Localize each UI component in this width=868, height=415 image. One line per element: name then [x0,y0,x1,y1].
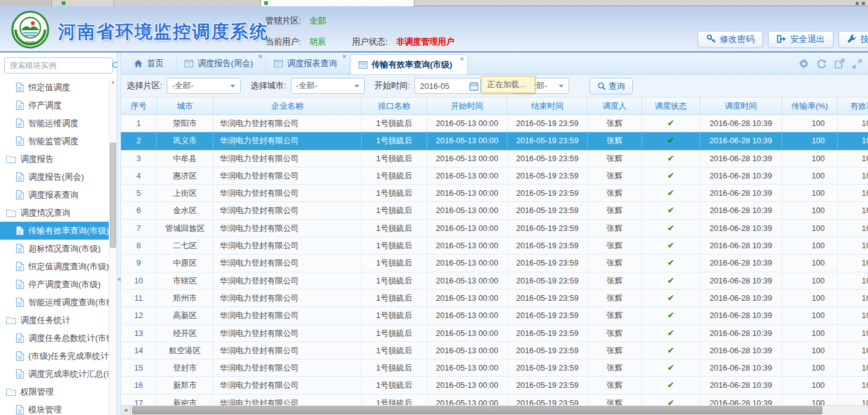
cell-company: 华润电力登封有限公司 [214,272,362,289]
calendar-icon[interactable] [467,82,480,91]
cell-outlet: 1号脱硫后 [362,167,427,184]
table-row[interactable]: 16新郑市华润电力登封有限公司1号脱硫后2016-05-13 00:002016… [121,377,868,394]
cell-start: 2016-05-13 00:00 [427,185,507,201]
tab-item[interactable]: 调度报告(周会)✕ [177,52,266,74]
sidebar-item[interactable]: 智能运维调度查询(市级) [0,293,109,311]
check-icon: ✔ [667,135,675,145]
sidebar-item[interactable]: 停产调度 [0,96,109,114]
sidebar-item[interactable]: 智能运维调度 [0,114,109,132]
wrench-button[interactable]: 技术支持 [838,31,868,48]
cell-start: 2016-05-13 00:00 [427,377,507,393]
tab-close-icon[interactable]: ✕ [459,56,464,62]
form-icon [359,61,367,69]
sidebar-item-label: 调度任务统计 [20,315,70,326]
cell-company: 华润电力登封有限公司 [214,377,362,393]
sidebar-item-label: 停产调度 [28,100,62,111]
table-row[interactable]: 11郑州市华润电力登封有限公司1号脱硫后2016-05-13 00:002016… [121,290,868,307]
sidebar-scrollbar[interactable]: ▲ [109,78,117,415]
sidebar-item[interactable]: 智能监管调度 [0,132,109,150]
scrollbar-thumb[interactable] [132,406,822,414]
browser-tab[interactable] [0,0,52,6]
module-tree: 恒定值调度停产调度智能运维调度智能监管调度调度报告调度报告(周会)调度报表查询调… [0,78,109,415]
table-row[interactable]: 5上街区华润电力登封有限公司1号脱硫后2016-05-13 00:002016-… [121,185,868,202]
sidebar-item[interactable]: 调度报告(周会) [0,168,109,186]
tab-close-icon[interactable]: ✕ [342,53,347,60]
form-icon [274,60,283,67]
area-select[interactable]: -全部- [167,78,241,94]
browser-tab[interactable] [115,0,261,6]
settings-icon[interactable] [799,59,809,69]
sidebar-item[interactable]: 权限管理 [0,383,109,401]
scroll-up-icon[interactable]: ▲ [109,80,117,84]
scroll-left-icon[interactable]: ◄ [121,406,131,415]
table-row[interactable]: 12高新区华润电力登封有限公司1号脱硫后2016-05-13 00:002016… [121,307,868,324]
table-row[interactable]: 6金水区华润电力登封有限公司1号脱硫后2016-05-13 00:002016-… [121,202,868,219]
tab-item[interactable]: 调度报表查询✕ [266,52,350,74]
table-row[interactable]: 7管城回族区华润电力登封有限公司1号脱硫后2016-05-13 00:00201… [121,220,868,237]
column-header[interactable]: 排口名称 [362,98,427,114]
popout-icon[interactable] [835,59,845,69]
tab-close-icon[interactable]: ✕ [258,53,263,60]
chevron-down-icon [354,85,359,90]
sidebar-item[interactable]: 恒定值调度查询(市级) [0,258,109,275]
city-select[interactable]: -全部- [291,78,365,94]
browser-icon[interactable] [862,2,865,5]
table-row[interactable]: 3中牟县华润电力登封有限公司1号脱硫后2016-05-13 00:002016-… [121,150,868,167]
module-search-box[interactable] [4,57,113,73]
column-header[interactable]: 城市 [157,98,214,114]
table-row[interactable]: 9中原区华润电力登封有限公司1号脱硫后2016-05-13 00:002016-… [121,254,868,272]
column-header[interactable]: 开始时间 [427,98,507,114]
sidebar-item[interactable]: 调度任务统计 [0,311,109,329]
browser-tab-active[interactable] [261,0,414,6]
sidebar-item[interactable]: 调度报表查询 [0,186,109,204]
cell-end: 2016-05-19 23:59 [507,185,588,201]
cell-no: 7 [121,220,157,237]
key-button[interactable]: 修改密码 [698,31,763,48]
sidebar-item[interactable]: 停产调度查询(市级) [0,275,109,293]
horizontal-scrollbar[interactable]: ◄ [121,405,868,415]
table-row[interactable]: 10市辖区华润电力登封有限公司1号脱硫后2016-05-13 00:002016… [121,272,868,290]
sidebar-item[interactable]: 调度报告 [0,150,109,168]
browser-icon[interactable] [856,2,859,5]
sidebar-item[interactable]: 模块管理 [0,401,109,415]
table-row[interactable]: 4惠济区华润电力登封有限公司1号脱硫后2016-05-13 00:002016-… [121,167,868,185]
sidebar-item[interactable]: 调度情况查询 [0,204,109,222]
cell-transmission: 100 [782,167,838,184]
column-header[interactable]: 调度人 [588,98,642,114]
column-header[interactable]: 调度时间 [700,98,782,114]
table-row[interactable]: 13经开区华润电力登封有限公司1号脱硫后2016-05-13 00:002016… [121,325,868,342]
sidebar-item[interactable]: 调度完成率统计汇总(市级) [0,365,109,383]
column-header[interactable]: 企业名称 [214,98,362,114]
module-search-input[interactable] [5,61,112,70]
start-date-input[interactable]: 2016-05 [414,78,481,94]
column-header[interactable]: 结束时间 [507,98,588,114]
cell-dispatch_time: 2016-06-28 10:39 [700,307,782,324]
cell-dispatcher: 张辉 [588,325,642,342]
column-header[interactable]: 调度状态 [642,98,700,114]
expand-icon[interactable] [853,59,862,69]
sidebar-item[interactable]: 恒定值调度 [0,78,109,96]
table-row[interactable]: 15登封市华润电力登封有限公司1号脱硫后2016-05-13 00:002016… [121,359,868,377]
cell-no: 15 [121,359,157,376]
column-header[interactable]: 序号 [121,98,157,114]
tab-item[interactable]: 首页 [126,52,177,74]
column-header[interactable]: 传输率(%) [782,98,838,114]
table-row[interactable]: 1荥阳市华润电力登封有限公司1号脱硫后2016-05-13 00:002016-… [121,115,868,132]
table-row[interactable]: 14航空港区华润电力登封有限公司1号脱硫后2016-05-13 00:00201… [121,342,868,359]
table-row-selected[interactable]: 2巩义市华润电力登封有限公司1号脱硫后2016-05-13 00:002016-… [121,132,868,149]
tab-active[interactable]: 传输有效率查询(市级)✕ [350,54,468,74]
column-header[interactable]: 有效率(%) [838,98,868,114]
sidebar-item[interactable]: 超标情况查询(市级) [0,240,109,258]
logout-button[interactable]: 安全退出 [768,31,833,48]
refresh-icon[interactable] [817,59,827,69]
query-button[interactable]: 查询 [590,78,633,94]
cell-end: 2016-05-19 23:59 [507,307,588,324]
cell-transmission: 100 [782,272,838,289]
table-row[interactable]: 8二七区华润电力登封有限公司1号脱硫后2016-05-13 00:002016-… [121,237,868,254]
cell-no: 6 [121,202,157,219]
sidebar-item-selected[interactable]: 传输有效率查询(市级) [0,222,109,240]
sidebar-item[interactable]: (市级)任务完成率统计 [0,347,109,365]
sidebar-item[interactable]: 调度任务总数统计(市级) [0,329,109,347]
scrollbar-thumb[interactable] [110,143,116,248]
cell-end: 2016-05-19 23:59 [507,115,588,132]
